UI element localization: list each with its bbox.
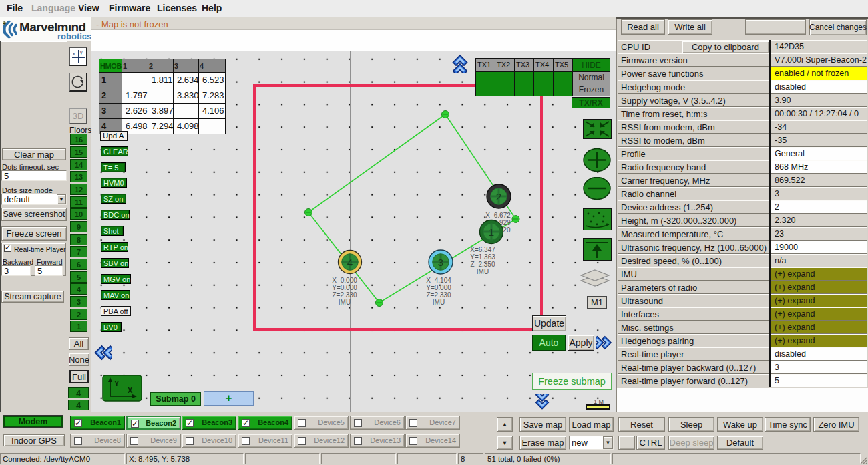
- svg-text:x: x: [73, 51, 75, 56]
- svg-text:y: y: [80, 50, 83, 55]
- svg-text:Y: Y: [114, 379, 120, 388]
- svg-text:1: 1: [488, 226, 493, 238]
- svg-text:2: 2: [496, 191, 501, 202]
- svg-text:3: 3: [438, 257, 443, 268]
- svg-text:4: 4: [347, 257, 352, 268]
- svg-text:X: X: [128, 386, 133, 394]
